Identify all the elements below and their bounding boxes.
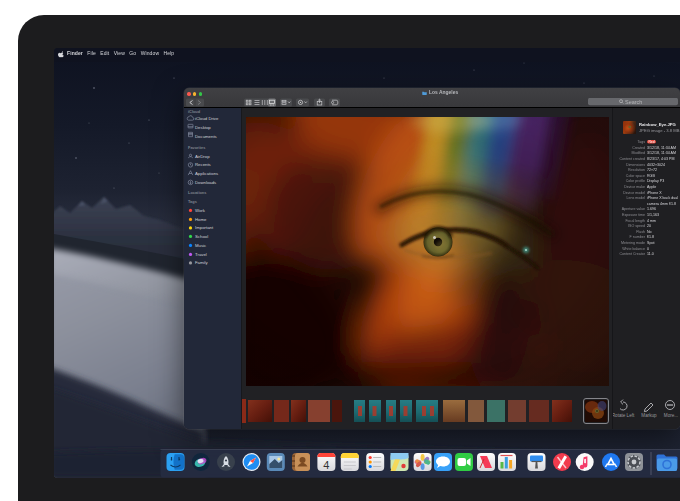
svg-text:Applications: Applications: [195, 171, 218, 176]
svg-text:Downloads: Downloads: [195, 180, 216, 185]
svg-text:Important: Important: [195, 225, 214, 230]
svg-text:4: 4: [323, 459, 329, 471]
svg-text:Rotate Left: Rotate Left: [613, 413, 635, 418]
svg-text:iCloud: iCloud: [188, 109, 201, 114]
svg-text:Travel: Travel: [195, 252, 207, 257]
svg-text:iCloud Drive: iCloud Drive: [195, 116, 219, 121]
svg-text:Favorites: Favorites: [188, 145, 205, 150]
svg-text:Tags: Tags: [188, 199, 197, 204]
svg-text:Desktop: Desktop: [195, 125, 211, 130]
svg-text:Music: Music: [195, 243, 207, 248]
svg-text:More...: More...: [664, 413, 678, 418]
svg-text:Recents: Recents: [195, 162, 211, 167]
svg-text:Search: Search: [625, 99, 642, 105]
svg-text:Markup: Markup: [641, 413, 657, 418]
svg-text:Locations: Locations: [188, 190, 206, 195]
svg-text:School: School: [195, 234, 208, 239]
svg-text:AirDrop: AirDrop: [195, 154, 210, 159]
svg-text:Family: Family: [195, 260, 209, 265]
svg-text:Work: Work: [195, 208, 206, 213]
svg-text:Documents: Documents: [195, 134, 217, 139]
svg-text:Home: Home: [195, 217, 207, 222]
